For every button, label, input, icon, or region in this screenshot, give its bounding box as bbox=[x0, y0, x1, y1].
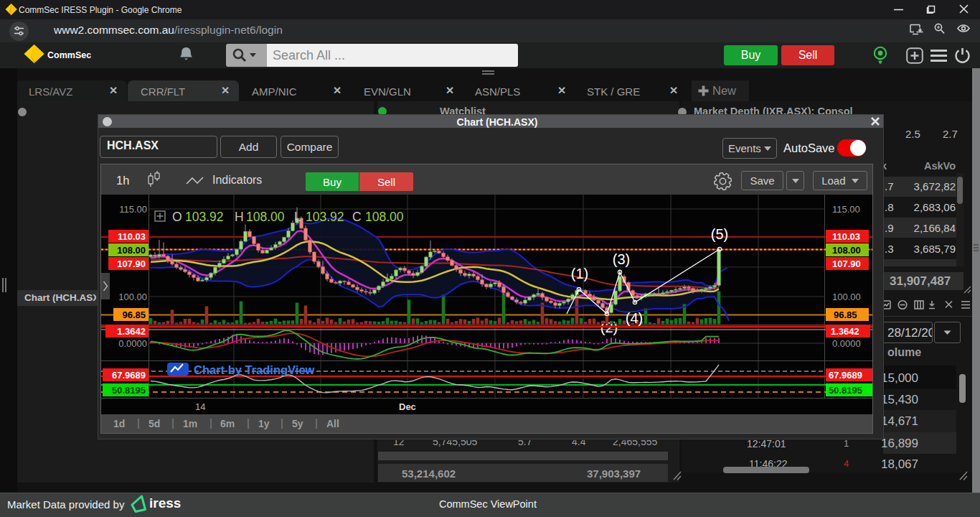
svg-text:Chart by TradingView: Chart by TradingView bbox=[194, 363, 315, 376]
svg-text:14: 14 bbox=[195, 401, 205, 412]
svg-text:107.90: 107.90 bbox=[832, 258, 861, 269]
svg-text:108.00: 108.00 bbox=[365, 210, 404, 224]
svg-text:Dec: Dec bbox=[399, 401, 416, 412]
svg-text:C: C bbox=[352, 210, 362, 224]
svg-text:O: O bbox=[172, 210, 182, 224]
svg-text:0.0000: 0.0000 bbox=[832, 338, 861, 349]
svg-text:50.8195: 50.8195 bbox=[829, 385, 862, 396]
svg-text:50.8195: 50.8195 bbox=[112, 385, 146, 396]
svg-text:(5): (5) bbox=[711, 226, 728, 242]
svg-text:67.9689: 67.9689 bbox=[112, 370, 146, 381]
svg-text:(4): (4) bbox=[626, 310, 643, 326]
svg-text:115.00: 115.00 bbox=[119, 204, 147, 215]
svg-text:67.9689: 67.9689 bbox=[829, 370, 862, 381]
svg-text:1.3642: 1.3642 bbox=[831, 326, 859, 337]
svg-text:110.03: 110.03 bbox=[832, 231, 860, 242]
svg-text:100.00: 100.00 bbox=[832, 292, 861, 302]
svg-text:1.3642: 1.3642 bbox=[117, 326, 146, 337]
svg-text:107.90: 107.90 bbox=[117, 258, 146, 269]
svg-text:110.03: 110.03 bbox=[118, 231, 146, 242]
svg-text:(3): (3) bbox=[613, 251, 630, 267]
svg-text:H: H bbox=[235, 210, 244, 224]
svg-text:96.85: 96.85 bbox=[122, 309, 146, 320]
svg-text:103.92: 103.92 bbox=[306, 210, 344, 224]
svg-text:96.85: 96.85 bbox=[834, 309, 857, 320]
svg-text:115.00: 115.00 bbox=[832, 204, 860, 215]
svg-text:(1): (1) bbox=[571, 266, 588, 281]
svg-text:103.92: 103.92 bbox=[185, 210, 224, 224]
svg-text:108.00: 108.00 bbox=[246, 210, 285, 224]
svg-text:0.0000: 0.0000 bbox=[118, 338, 147, 349]
svg-text:108.00: 108.00 bbox=[117, 245, 146, 256]
svg-text:100.00: 100.00 bbox=[118, 292, 147, 302]
svg-text:L: L bbox=[294, 210, 301, 224]
svg-text:108.00: 108.00 bbox=[832, 245, 861, 256]
